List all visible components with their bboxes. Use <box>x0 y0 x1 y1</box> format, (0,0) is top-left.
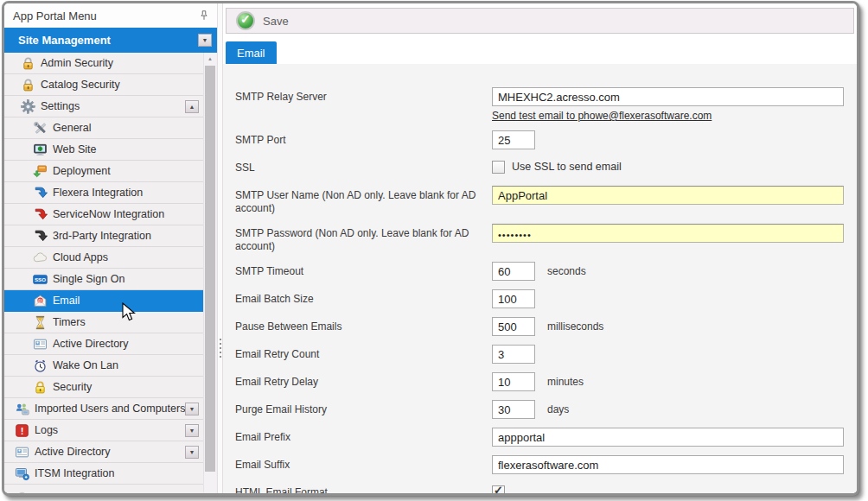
form-row-email-retry-delay: Email Retry Delayminutes <box>223 372 857 391</box>
sidebar-group-site-management[interactable]: Site Management ▼ <box>4 28 217 53</box>
send-test-email-link[interactable]: Send test email to phowe@flexerasoftware… <box>492 110 844 122</box>
field-label: HTML Email Format <box>223 483 492 493</box>
field-label: Pause Between Emails <box>223 317 492 333</box>
unit-label: milliseconds <box>547 317 603 333</box>
smtp-relay-server-input[interactable] <box>492 87 844 106</box>
form-row-smtp-relay-server: SMTP Relay ServerSend test email to phow… <box>223 87 857 122</box>
sidebar-item-active-directory[interactable]: Active Directory <box>4 333 203 355</box>
lock-gold-icon <box>21 78 35 92</box>
sidebar-item-logs[interactable]: !Logs▼ <box>4 420 203 441</box>
sidebar-item-label: ServiceNow Integration <box>53 208 199 220</box>
sidebar-item-label: Single Sign On <box>53 273 199 285</box>
splitter-grip-icon <box>220 339 221 358</box>
sidebar-item-general[interactable]: General <box>4 117 203 139</box>
lock-yellow-icon <box>33 380 48 395</box>
form-row-email-batch-size: Email Batch Size <box>223 289 857 308</box>
sidebar-item-label: Email <box>53 295 199 307</box>
email-suffix-input[interactable] <box>492 455 844 474</box>
main-panel: Save Email SMTP Relay ServerSend test em… <box>223 3 857 493</box>
chevron-down-icon[interactable]: ▼ <box>185 403 199 415</box>
smtp-user-name-non-ad-only-leave-blank-for-ad-account-input[interactable] <box>492 186 844 205</box>
sidebar-item-imported-users-and-computers[interactable]: Imported Users and Computers▼ <box>4 398 203 420</box>
sidebar-item-label: Admin Security <box>41 57 199 69</box>
smtp-password-non-ad-only-leave-blank-for-ad-account-input[interactable] <box>492 224 844 243</box>
sidebar-item-label: Cloud Apps <box>53 251 199 263</box>
app-window: App Portal Menu Site Management ▼ Admin … <box>2 1 859 496</box>
faded-icon <box>15 488 29 494</box>
sidebar-item-label: Active Directory <box>35 446 185 458</box>
log-red-icon: ! <box>15 423 29 438</box>
sidebar-item-catalog-security[interactable]: Catalog Security <box>4 74 203 96</box>
sidebar-item-itsm-integration[interactable]: ITSM Integration <box>4 463 203 485</box>
group-label: Site Management <box>18 34 198 47</box>
field-label: Email Retry Count <box>223 345 492 361</box>
sidebar-item-web-site[interactable]: Web Site <box>4 139 203 161</box>
arrow-blue-icon <box>33 186 48 200</box>
smtp-timeout-input[interactable] <box>492 262 535 281</box>
sidebar-scrollbar[interactable]: ▲ <box>203 53 216 492</box>
field-label: Email Batch Size <box>223 289 492 306</box>
sidebar-item-wake-on-lan[interactable]: Wake On Lan <box>4 355 203 377</box>
sidebar-item-label: General <box>53 122 199 134</box>
chevron-down-icon[interactable]: ▼ <box>185 446 199 459</box>
save-check-icon <box>236 11 255 30</box>
sidebar-item-admin-security[interactable]: Admin Security <box>4 53 203 74</box>
sidebar-item-3rd-party-integration[interactable]: 3rd-Party Integration <box>4 225 203 247</box>
sidebar-menu-list: Admin SecurityCatalog SecuritySettings▲G… <box>4 53 203 493</box>
pause-between-emails-input[interactable] <box>492 317 535 336</box>
sidebar-item-cloud-apps[interactable]: Cloud Apps <box>4 247 203 269</box>
email-prefix-input[interactable] <box>492 428 844 447</box>
sidebar-item-security[interactable]: Security <box>4 377 203 398</box>
sidebar-item-deployment[interactable]: Deployment <box>4 161 203 182</box>
sidebar-item-label: Deployment <box>53 165 199 177</box>
sidebar-splitter[interactable] <box>217 3 223 493</box>
field-label: Email Suffix <box>223 455 492 472</box>
sidebar-item-partial[interactable] <box>4 485 203 493</box>
field-label: Email Prefix <box>223 428 492 444</box>
scroll-up-icon[interactable]: ▲ <box>204 53 216 65</box>
chevron-up-icon[interactable]: ▲ <box>185 100 199 113</box>
sso-icon: SSO <box>33 272 48 287</box>
gear-icon <box>21 99 35 114</box>
form-row-email-retry-count: Email Retry Count <box>223 345 857 364</box>
sidebar-item-settings[interactable]: Settings▲ <box>4 96 203 117</box>
form-row-ssl: SSLUse SSL to send email <box>223 158 857 177</box>
sidebar-item-servicenow-integration[interactable]: ServiceNow Integration <box>4 204 203 225</box>
sidebar-title: App Portal Menu <box>13 10 97 22</box>
pin-icon[interactable] <box>197 9 211 22</box>
form-row-smtp-timeout: SMTP Timeoutseconds <box>223 262 857 281</box>
deploy-icon <box>33 164 48 179</box>
unit-label: minutes <box>547 372 584 388</box>
smtp-port-input[interactable] <box>492 130 535 149</box>
field-label: Email Retry Delay <box>223 372 492 389</box>
sidebar-item-label: Wake On Lan <box>53 359 199 371</box>
save-label: Save <box>263 15 289 28</box>
email-retry-delay-input[interactable] <box>492 372 535 391</box>
sidebar-item-active-directory[interactable]: Active Directory▼ <box>4 441 203 463</box>
chevron-down-icon[interactable]: ▼ <box>198 34 212 47</box>
sidebar-item-timers[interactable]: Timers <box>4 312 203 333</box>
scrollbar-thumb[interactable] <box>205 66 215 472</box>
sidebar-item-flexera-integration[interactable]: Flexera Integration <box>4 182 203 204</box>
chevron-down-icon[interactable]: ▼ <box>185 424 199 437</box>
tab-email[interactable]: Email <box>226 41 277 64</box>
form-row-email-prefix: Email Prefix <box>223 428 857 447</box>
email-batch-size-input[interactable] <box>492 289 535 308</box>
save-button[interactable]: Save <box>231 10 294 32</box>
arrow-black-icon <box>33 229 48 244</box>
envelope-icon: @ <box>33 294 48 308</box>
sidebar-item-label: Flexera Integration <box>53 187 199 199</box>
svg-text:!: ! <box>21 425 24 435</box>
field-label: Purge Email History <box>223 400 492 416</box>
purge-email-history-input[interactable] <box>492 400 535 419</box>
ad-card-icon <box>33 337 48 352</box>
ssl-checkbox[interactable] <box>492 161 505 174</box>
form-row-smtp-password-non-ad-only-leave-blank-for-ad-account: SMTP Password (Non AD only. Leave blank … <box>223 224 857 253</box>
sidebar-item-single-sign-on[interactable]: SSOSingle Sign On <box>4 269 203 290</box>
html-email-format-checkbox[interactable] <box>492 485 505 493</box>
svg-text:@: @ <box>38 297 43 302</box>
sidebar-item-email[interactable]: @Email <box>4 290 203 312</box>
sidebar-item-label: Catalog Security <box>41 79 199 91</box>
email-retry-count-input[interactable] <box>492 345 535 364</box>
hourglass-icon <box>33 315 48 330</box>
